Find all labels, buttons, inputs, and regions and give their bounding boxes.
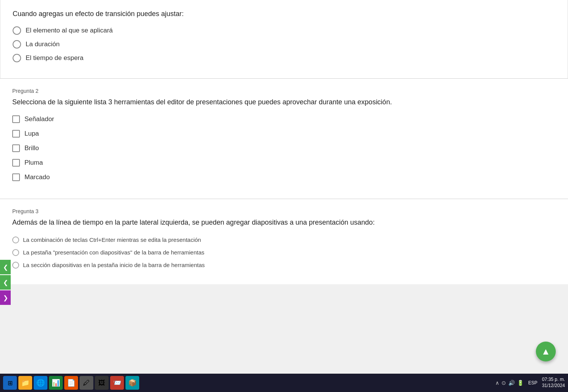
tray-arrow-up[interactable]: ∧ [495, 380, 499, 386]
question-1-card: Cuando agregas un efecto de transición p… [0, 0, 568, 79]
taskbar-windows-icon[interactable]: ⊞ [3, 376, 17, 390]
taskbar-right-area: ∧ ⊙ 🔊 🔋 ESP 07:35 p. m. 31/12/2024 [495, 377, 565, 389]
taskbar-browser-icon[interactable]: 🌐 [34, 376, 47, 390]
radio-sm-2[interactable] [12, 249, 19, 256]
question-2-option-3[interactable]: Brillo [12, 144, 556, 152]
checkbox-box-5[interactable] [12, 173, 20, 181]
taskbar-pen-icon[interactable]: 🖊 [80, 376, 93, 390]
question-3-text: Además de la línea de tiempo en la parte… [12, 217, 556, 227]
option-1-label: El elemento al que se aplicará [26, 27, 113, 34]
radio-sm-label-1: La combinación de teclas Ctrl+Enter mien… [23, 236, 201, 244]
radio-circle-2[interactable] [13, 40, 21, 49]
question-1-option-3[interactable]: El tiempo de espera [13, 54, 555, 62]
system-tray: ∧ ⊙ 🔊 🔋 [495, 380, 524, 386]
checkbox-box-3[interactable] [12, 144, 20, 152]
taskbar-clock: 07:35 p. m. 31/12/2024 [542, 377, 565, 389]
radio-sm-label-2: La pestaña "presentación con diapositiva… [23, 248, 204, 256]
checkbox-box-4[interactable] [12, 159, 20, 167]
tray-volume-icon: 🔊 [508, 380, 515, 386]
sidebar-arrows: ❮ ❮ ❯ [0, 260, 11, 305]
question-2-number: Pregunta 2 [12, 88, 556, 94]
question-3-card: Pregunta 3 Además de la línea de tiempo … [0, 199, 568, 284]
question-1-intro: Cuando agregas un efecto de transición p… [13, 9, 555, 19]
checkbox-label-1: Señalador [24, 115, 54, 123]
question-2-text: Selecciona de la siguiente lista 3 herra… [12, 97, 556, 107]
language-indicator: ESP [527, 379, 539, 386]
question-2-option-2[interactable]: Lupa [12, 130, 556, 138]
tray-battery-icon: 🔋 [517, 380, 524, 386]
taskbar-photo-icon[interactable]: 🖼 [95, 376, 109, 390]
radio-sm-3[interactable] [12, 262, 19, 269]
radio-circle-1[interactable] [13, 26, 21, 35]
clock-date: 31/12/2024 [542, 383, 565, 389]
sidebar-arrow-down-1[interactable]: ❮ [0, 260, 11, 274]
checkbox-box-2[interactable] [12, 130, 20, 138]
question-3-number: Pregunta 3 [12, 208, 556, 214]
main-content: Cuando agregas un efecto de transición p… [0, 0, 568, 392]
checkbox-label-4: Pluma [24, 159, 43, 167]
sidebar-arrow-down-2[interactable]: ❮ [0, 275, 11, 290]
checkbox-label-3: Brillo [24, 144, 39, 152]
question-2-card: Pregunta 2 Selecciona de la siguiente li… [0, 79, 568, 199]
question-1-option-2[interactable]: La duración [13, 40, 555, 49]
radio-circle-3[interactable] [13, 54, 21, 62]
question-3-option-1[interactable]: La combinación de teclas Ctrl+Enter mien… [12, 236, 556, 244]
question-2-option-4[interactable]: Pluma [12, 159, 556, 167]
checkbox-box-1[interactable] [12, 115, 20, 123]
taskbar-mail-icon[interactable]: 📨 [110, 376, 124, 390]
question-2-option-1[interactable]: Señalador [12, 115, 556, 123]
taskbar-folder-icon[interactable]: 📁 [18, 376, 32, 390]
question-3-option-2[interactable]: La pestaña "presentación con diapositiva… [12, 248, 556, 256]
radio-sm-1[interactable] [12, 236, 19, 243]
sidebar-arrow-right[interactable]: ❯ [0, 290, 11, 305]
taskbar-sheets-icon[interactable]: 📊 [49, 376, 63, 390]
clock-time: 07:35 p. m. [542, 377, 565, 383]
option-2-label: La duración [26, 40, 60, 48]
floating-action-button[interactable]: ▲ [536, 342, 556, 361]
question-3-option-3[interactable]: La sección diapositivas en la pestaña in… [12, 261, 556, 269]
taskbar-dropbox-icon[interactable]: 📦 [125, 376, 139, 390]
checkbox-label-5: Marcado [24, 173, 50, 181]
question-1-option-1[interactable]: El elemento al que se aplicará [13, 26, 555, 35]
taskbar-docs-icon[interactable]: 📄 [64, 376, 78, 390]
taskbar: ⊞ 📁 🌐 📊 📄 🖊 🖼 📨 📦 ∧ ⊙ 🔊 🔋 ESP 07:35 p. m… [0, 374, 568, 392]
tray-network-icon: ⊙ [501, 380, 506, 386]
radio-sm-label-3: La sección diapositivas en la pestaña in… [23, 261, 205, 269]
checkbox-label-2: Lupa [24, 130, 39, 138]
question-2-option-5[interactable]: Marcado [12, 173, 556, 181]
option-3-label: El tiempo de espera [26, 54, 83, 62]
